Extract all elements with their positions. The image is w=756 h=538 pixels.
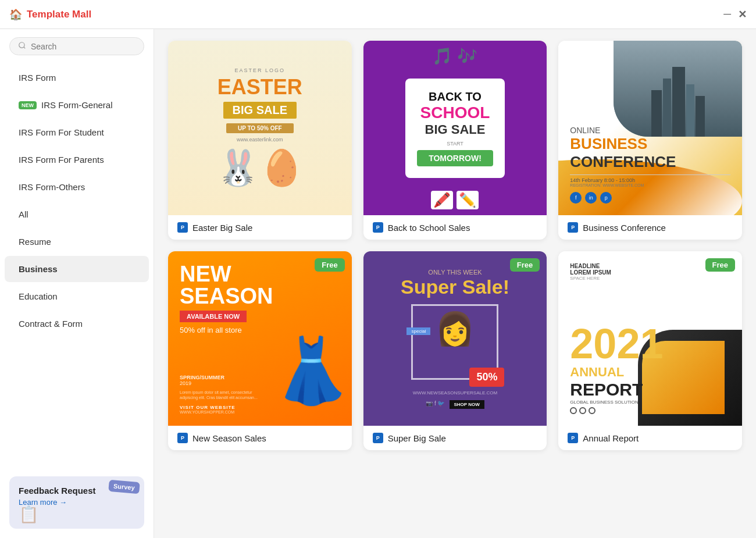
ar-space-text: SPACE HERE <box>570 276 730 281</box>
card-title-supersale: Super Big Sale <box>388 433 446 443</box>
sidebar: IRS Form NEW IRS Form-General IRS Form F… <box>0 29 154 538</box>
conference-bg: ONLINE BUSINESS CONFERENCE 14th February… <box>558 41 742 215</box>
template-grid: EASTER LOGO EASTER BIG SALE UP TO 50% OF… <box>168 41 742 450</box>
title-bar: 🏠 Template Mall ─ ✕ <box>0 0 756 29</box>
app-title: Template Mall <box>27 9 91 20</box>
card-image-easter: EASTER LOGO EASTER BIG SALE UP TO 50% OF… <box>168 41 352 215</box>
search-input[interactable] <box>31 42 135 51</box>
easter-logo-text: EASTER LOGO <box>235 67 286 73</box>
ss-person-emoji: 👩 <box>435 310 475 348</box>
easter-ribbon: UP TO 50% OFF <box>226 123 294 133</box>
search-icon <box>18 41 26 51</box>
ar-solution-text: GLOBAL BUSINESS SOLUTION <box>570 400 730 405</box>
school-title-box: BACK TO SCHOOL BIG SALE START TOMORROW! <box>405 79 505 178</box>
sidebar-item-label: IRS Form For Student <box>19 127 104 137</box>
card-label-school: P Back to School Sales <box>363 215 547 240</box>
sidebar-item-contract-form[interactable]: Contract & Form <box>5 311 149 337</box>
svg-point-0 <box>19 42 24 48</box>
card-label-supersale: P Super Big Sale <box>363 426 547 450</box>
feedback-icon: 📋 <box>19 505 39 524</box>
card-title-annual: Annual Report <box>583 433 639 443</box>
home-icon: 🏠 <box>9 8 22 21</box>
title-bar-left: 🏠 Template Mall <box>9 8 91 21</box>
conf-reg-text: REGISTRATION: WWW.WEBSITE.COM <box>570 183 730 187</box>
card-label-newseason: P New Season Sales <box>168 426 352 450</box>
close-button[interactable]: ✕ <box>738 8 747 21</box>
new-badge: NEW <box>19 101 37 109</box>
card-business-conference[interactable]: ONLINE BUSINESS CONFERENCE 14th February… <box>558 41 742 240</box>
feedback-box: Feedback Request Learn more → Survey 📋 <box>9 476 144 529</box>
sidebar-item-label: IRS Form <box>19 73 56 83</box>
easter-main-title: EASTER <box>217 76 302 99</box>
ar-report-text: REPORT <box>570 380 730 400</box>
search-bar[interactable] <box>9 37 144 55</box>
newseason-bg: Free NEW SEASON AVAILABLE NOW 50% off in… <box>168 251 352 426</box>
ar-circle-2 <box>579 407 586 414</box>
sidebar-item-irs-form[interactable]: IRS Form <box>5 65 149 91</box>
ar-main-content: 2021 ANNUAL REPORT GLOBAL BUSINESS SOLUT… <box>570 323 730 414</box>
window-controls: ─ ✕ <box>723 8 747 21</box>
ss-shop-now: SHOP NOW <box>450 400 484 409</box>
sidebar-item-label: IRS Form For Parents <box>19 155 104 165</box>
sidebar-item-label: All <box>19 209 28 219</box>
sidebar-item-label: Resume <box>19 237 51 247</box>
card-label-annual: P Annual Report <box>558 426 742 450</box>
sidebar-item-irs-form-general[interactable]: NEW IRS Form-General <box>5 92 149 118</box>
ar-year-text: 2021 <box>570 323 730 365</box>
supersale-bg: Free ONLY THIS WEEK Super Sale! 👩 50% sp… <box>363 251 547 426</box>
ppt-icon: P <box>177 222 188 233</box>
sidebar-item-irs-form-others[interactable]: IRS Form-Others <box>5 174 149 200</box>
free-badge-newseason: Free <box>315 258 344 272</box>
content-area: EASTER LOGO EASTER BIG SALE UP TO 50% OF… <box>154 29 756 538</box>
card-image-supersale: Free ONLY THIS WEEK Super Sale! 👩 50% sp… <box>363 251 547 426</box>
ss-special-tag: special <box>406 327 430 335</box>
school-school-text: SCHOOL <box>417 104 493 122</box>
card-image-school: 🎵🎶 BACK TO SCHOOL BIG SALE START TOMORRO… <box>363 41 547 215</box>
sidebar-item-label: Education <box>19 291 58 301</box>
ar-headline-text: HEADLINE <box>570 263 730 269</box>
ss-only-text: ONLY THIS WEEK <box>428 269 482 276</box>
sidebar-item-business[interactable]: Business <box>5 256 149 282</box>
ppt-icon-annual: P <box>568 433 578 443</box>
conf-online-text: ONLINE <box>570 126 730 135</box>
sidebar-item-label: Contract & Form <box>19 319 83 329</box>
card-back-to-school[interactable]: 🎵🎶 BACK TO SCHOOL BIG SALE START TOMORRO… <box>363 41 547 240</box>
conf-business-text: BUSINESS <box>570 135 730 153</box>
sidebar-nav: IRS Form NEW IRS Form-General IRS Form F… <box>0 63 154 467</box>
card-easter-big-sale[interactable]: EASTER LOGO EASTER BIG SALE UP TO 50% OF… <box>168 41 352 240</box>
school-bg: 🎵🎶 BACK TO SCHOOL BIG SALE START TOMORRO… <box>363 41 547 215</box>
sidebar-item-resume[interactable]: Resume <box>5 229 149 255</box>
minimize-button[interactable]: ─ <box>723 8 731 21</box>
card-image-annual: Free HEADLINE LOREM IPSUM SPACE HERE 202… <box>558 251 742 426</box>
ar-top-content: HEADLINE LOREM IPSUM SPACE HERE <box>570 263 730 281</box>
free-badge-supersale: Free <box>510 258 540 272</box>
sidebar-item-education[interactable]: Education <box>5 283 149 309</box>
card-title-newseason: New Season Sales <box>192 433 266 443</box>
ar-lorem-text: LOREM IPSUM <box>570 269 730 276</box>
ar-circle-3 <box>589 407 595 414</box>
school-big-sale-text: BIG SALE <box>417 122 493 137</box>
easter-bg: EASTER LOGO EASTER BIG SALE UP TO 50% OF… <box>168 41 352 215</box>
ppt-icon-school: P <box>373 222 383 233</box>
school-start-box: START TOMORROW! <box>417 141 493 166</box>
card-new-season[interactable]: Free NEW SEASON AVAILABLE NOW 50% off in… <box>168 251 352 450</box>
sidebar-item-irs-form-parents[interactable]: IRS Form For Parents <box>5 147 149 173</box>
card-super-sale[interactable]: Free ONLY THIS WEEK Super Sale! 👩 50% sp… <box>363 251 547 450</box>
ss-percent-badge: 50% <box>469 368 504 387</box>
school-tomorrow: TOMORROW! <box>417 150 493 166</box>
easter-subtitle: BIG SALE <box>223 102 297 119</box>
ns-off-text: 50% off in all store <box>180 326 340 334</box>
card-title-easter: Easter Big Sale <box>192 223 252 233</box>
ppt-icon-conference: P <box>568 222 578 233</box>
ss-super-text: Super Sale! <box>401 276 509 298</box>
sidebar-item-label: Business <box>19 264 58 274</box>
ppt-icon-supersale: P <box>373 433 383 443</box>
sidebar-item-irs-form-student[interactable]: IRS Form For Student <box>5 119 149 145</box>
app-window: 🏠 Template Mall ─ ✕ IRS <box>0 0 756 538</box>
facebook-icon: f <box>570 192 582 204</box>
ss-frame-box: 👩 50% special <box>411 304 498 380</box>
easter-bunny-emoji: 🐰🥚 <box>216 147 304 188</box>
card-annual-report[interactable]: Free HEADLINE LOREM IPSUM SPACE HERE 202… <box>558 251 742 450</box>
ns-bottom-content: SPRING/SUMMER 2019 Lorem ipsum dolor sit… <box>180 375 340 414</box>
sidebar-item-all[interactable]: All <box>5 201 149 227</box>
